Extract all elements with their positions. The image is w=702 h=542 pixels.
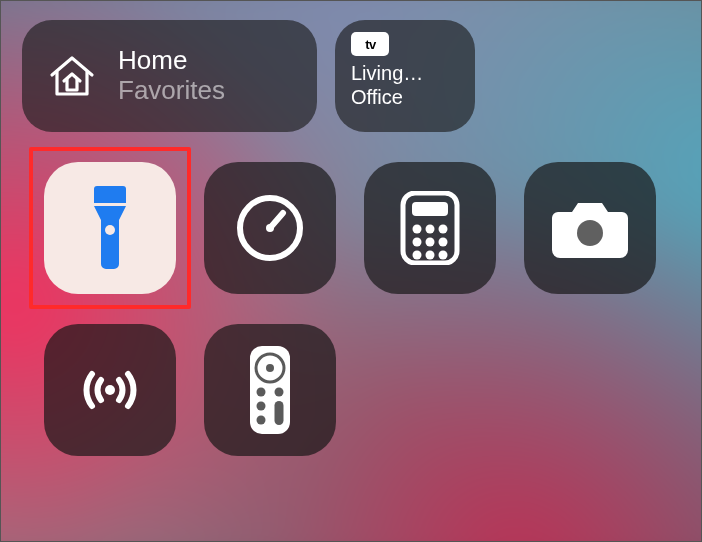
svg-point-12 xyxy=(413,251,422,260)
home-title: Home xyxy=(118,46,225,76)
svg-point-24 xyxy=(257,416,266,425)
home-tile[interactable]: Home Favorites xyxy=(22,20,317,132)
svg-point-8 xyxy=(439,225,448,234)
svg-point-3 xyxy=(266,224,274,232)
camera-icon xyxy=(550,196,630,260)
svg-point-10 xyxy=(426,238,435,247)
svg-point-0 xyxy=(105,225,115,235)
home-text: Home Favorites xyxy=(118,46,225,106)
svg-rect-23 xyxy=(275,401,284,425)
svg-point-14 xyxy=(439,251,448,260)
nfc-icon xyxy=(74,354,146,426)
svg-point-7 xyxy=(426,225,435,234)
tv-line-2: Office xyxy=(351,86,459,110)
svg-point-22 xyxy=(257,402,266,411)
controls-grid xyxy=(22,162,680,456)
apple-tv-badge-icon: tv xyxy=(351,32,389,56)
svg-point-16 xyxy=(105,385,115,395)
apple-tv-remote-icon xyxy=(248,344,292,436)
flashlight-icon xyxy=(85,186,135,270)
calculator-tile[interactable] xyxy=(364,162,496,294)
svg-point-13 xyxy=(426,251,435,260)
home-subtitle: Favorites xyxy=(118,76,225,106)
tv-badge-text: tv xyxy=(365,37,376,52)
timer-tile[interactable] xyxy=(204,162,336,294)
camera-tile[interactable] xyxy=(524,162,656,294)
svg-point-21 xyxy=(275,388,284,397)
timer-icon xyxy=(233,191,307,265)
svg-rect-5 xyxy=(412,202,448,216)
control-center: Home Favorites tv Living… Office xyxy=(0,0,702,542)
svg-point-6 xyxy=(413,225,422,234)
svg-rect-17 xyxy=(250,346,290,434)
apple-tv-tile[interactable]: tv Living… Office xyxy=(335,20,475,132)
home-icon xyxy=(44,48,100,104)
svg-point-9 xyxy=(413,238,422,247)
tv-line-1: Living… xyxy=(351,62,459,86)
flashlight-tile[interactable] xyxy=(44,162,176,294)
svg-point-15 xyxy=(577,220,603,246)
svg-point-11 xyxy=(439,238,448,247)
calculator-icon xyxy=(400,191,460,265)
svg-point-19 xyxy=(266,364,274,372)
remote-tile[interactable] xyxy=(204,324,336,456)
svg-point-20 xyxy=(257,388,266,397)
nfc-tile[interactable] xyxy=(44,324,176,456)
top-row: Home Favorites tv Living… Office xyxy=(22,20,680,132)
